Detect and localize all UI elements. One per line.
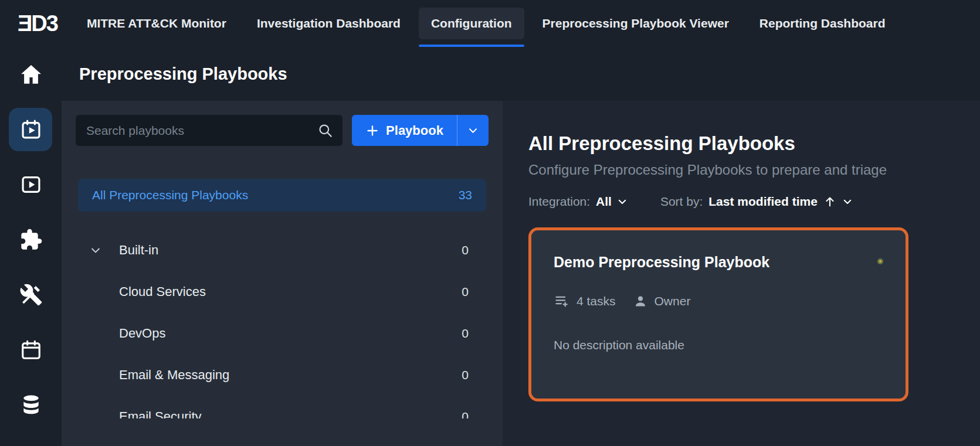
sidebar-item-integrations[interactable] (0, 212, 62, 267)
sidebar-item-data[interactable] (0, 377, 62, 433)
new-playbook-button[interactable]: Playbook (352, 115, 457, 146)
person-icon (633, 294, 647, 308)
icon-sidebar (0, 47, 62, 446)
plus-icon (365, 124, 379, 138)
utilities-tools-icon (19, 283, 43, 307)
sidebar-item-schedule[interactable] (0, 322, 62, 377)
app-root: ƎD3 MITRE ATT&CK Monitor Investigation D… (0, 0, 980, 446)
playbook-card-demo-preprocessing-playbook[interactable]: Demo Preprocessing Playbook 4 tasks (528, 227, 908, 401)
arrow-up-icon (823, 195, 836, 208)
video-playbook-icon (20, 173, 42, 196)
sidebar-item-utilities[interactable] (0, 267, 62, 322)
sort-dropdown-button[interactable] (842, 196, 853, 207)
integration-filter-label: Integration: (528, 195, 590, 209)
d3-logo[interactable]: ƎD3 (18, 11, 57, 36)
playbook-list-panel: Playbook All Preprocessing Playbooks 33 (62, 101, 503, 446)
home-icon (19, 62, 43, 87)
category-tree: Built-in 0 Cloud Services 0 DevOps 0 E (78, 229, 486, 418)
tasks-count: 4 tasks (577, 294, 616, 308)
chevron-down-icon (842, 196, 853, 207)
panel-heading: All Preprocessing Playbooks (528, 132, 980, 155)
sort-direction-button[interactable] (823, 195, 836, 208)
new-playbook-split-button: Playbook (352, 115, 489, 146)
tree-item-built-in[interactable]: Built-in 0 (78, 229, 486, 271)
search-box (76, 115, 343, 146)
card-description: No description available (554, 338, 883, 352)
chevron-down-icon[interactable] (90, 244, 104, 256)
tree-item-email-messaging[interactable]: Email & Messaging 0 (78, 354, 486, 396)
nav-item-preprocessing-playbook-viewer[interactable]: Preprocessing Playbook Viewer (527, 0, 744, 47)
playbook-detail-panel: All Preprocessing Playbooks Configure Pr… (503, 101, 980, 446)
tree-item-email-security[interactable]: Email Security 0 (78, 396, 486, 418)
page-header: Preprocessing Playbooks (62, 47, 980, 101)
new-playbook-dropdown-button[interactable] (457, 115, 489, 146)
primary-nav: MITRE ATT&CK Monitor Investigation Dashb… (72, 0, 901, 47)
chevron-down-icon (617, 196, 628, 207)
list-item-label: All Preprocessing Playbooks (92, 188, 248, 202)
nav-item-configuration[interactable]: Configuration (416, 0, 527, 47)
search-icon (317, 122, 333, 141)
sidebar-item-home[interactable] (0, 47, 62, 102)
filter-row: Integration: All Sort by: Last modified … (528, 195, 980, 209)
nav-item-investigation-dashboard[interactable]: Investigation Dashboard (242, 0, 416, 47)
tasks-meta: 4 tasks (554, 293, 616, 309)
nav-item-mitre-attack-monitor[interactable]: MITRE ATT&CK Monitor (72, 0, 242, 47)
search-input[interactable] (76, 115, 343, 146)
database-icon (20, 394, 42, 416)
list-item-count: 33 (459, 188, 472, 202)
nav-item-reporting-dashboard[interactable]: Reporting Dashboard (744, 0, 901, 47)
list-item-all-preprocessing-playbooks[interactable]: All Preprocessing Playbooks 33 (78, 179, 486, 212)
schedule-calendar-icon (20, 339, 42, 361)
tree-item-devops[interactable]: DevOps 0 (78, 312, 486, 354)
sidebar-item-preprocessing-playbooks[interactable] (0, 102, 62, 157)
panel-subheading: Configure Preprocessing Playbooks to pre… (528, 162, 980, 178)
sort-by-label: Sort by: (660, 195, 703, 209)
top-navbar: ƎD3 MITRE ATT&CK Monitor Investigation D… (0, 0, 980, 47)
sort-by-select[interactable]: Last modified time (708, 195, 818, 209)
chevron-down-icon (467, 125, 479, 136)
preprocessing-playbook-icon (20, 118, 42, 141)
owner-meta: Owner (633, 294, 691, 308)
integrations-puzzle-icon (19, 228, 43, 251)
integration-filter-select[interactable]: All (596, 195, 628, 209)
tasks-icon (554, 293, 569, 309)
page-title: Preprocessing Playbooks (79, 64, 287, 84)
status-dot (877, 258, 883, 264)
sidebar-item-playbook-viewer[interactable] (0, 157, 62, 212)
card-title: Demo Preprocessing Playbook (554, 254, 769, 271)
tree-item-cloud-services[interactable]: Cloud Services 0 (78, 271, 486, 312)
owner-label: Owner (655, 294, 691, 308)
